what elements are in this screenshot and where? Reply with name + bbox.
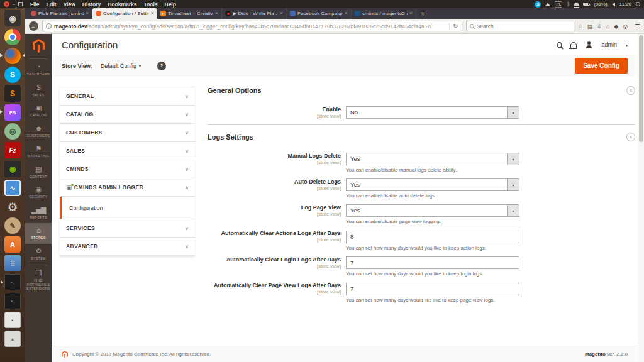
scrollbar[interactable]	[638, 34, 644, 362]
scrollbar-thumb[interactable]	[639, 35, 643, 142]
config-nav-customers[interactable]: CUSTOMERS∨	[60, 124, 195, 142]
url-bar[interactable]: i magento.dev/admin/admin/system_config/…	[42, 21, 462, 31]
launcher-filezilla-icon[interactable]: Fz	[4, 142, 21, 158]
tab-audio-icon[interactable]: ♪	[275, 11, 278, 16]
automatically-clear-page-view-logs-after-days-input[interactable]	[346, 283, 519, 295]
automatically-clear-actions-logs-after-days-input[interactable]	[346, 231, 519, 243]
save-config-button[interactable]: Save Config	[575, 58, 628, 74]
launcher-file-archiver-icon[interactable]: ☰	[4, 255, 21, 272]
sidebar-item-find-partners-extensions[interactable]: ❒FIND PARTNERS & EXTENSIONS	[25, 266, 52, 295]
launcher-sublime-text-icon[interactable]: S	[4, 85, 21, 102]
sidebar-item-dashboard[interactable]: ◔DASHBOARD	[25, 60, 52, 80]
tab-close-icon[interactable]: ×	[409, 11, 413, 16]
page-info-icon[interactable]: i	[46, 23, 52, 29]
new-tab-button[interactable]: +	[421, 10, 425, 18]
tab-piotr-pierzak-cminds[interactable]: Piotr Pierzak | cminds×	[28, 8, 92, 19]
menu-bookmarks[interactable]: Bookmarks	[108, 1, 136, 8]
launcher-nvidia-settings-icon[interactable]: ◉	[4, 161, 21, 177]
menu-file[interactable]: File	[30, 1, 40, 8]
auto-delete-logs-select[interactable]: Yes▾	[346, 178, 519, 191]
keyboard-layout-indicator[interactable]: PL	[555, 1, 562, 8]
sidebar-item-catalog[interactable]: ▣CATALOG	[25, 101, 52, 121]
sidebar-item-reports[interactable]: ▂▅▇REPORTS	[25, 203, 52, 224]
browser-search[interactable]	[466, 21, 574, 31]
store-view-switcher[interactable]: Default Config ▾	[101, 63, 141, 69]
sidebar-item-sales[interactable]: $SALES	[25, 80, 52, 101]
sidebar-item-customers[interactable]: ☻CUSTOMERS	[25, 121, 52, 142]
downloads-icon[interactable]: ⇩	[597, 23, 602, 30]
tab-facebook-campaign-m[interactable]: Facebook Campaign M×	[287, 8, 352, 19]
pocket-icon[interactable]: ▤	[587, 23, 593, 30]
launcher-software-center-icon[interactable]: A	[4, 236, 21, 253]
launcher-external-drive-icon[interactable]: ▲	[4, 331, 21, 347]
automatically-clear-login-logs-after-days-input[interactable]	[346, 256, 519, 269]
menu-icon[interactable]: ☰	[635, 23, 640, 30]
config-nav-cminds-admin-logger[interactable]: ▣CMINDS ADMIN LOGGER∧	[60, 178, 195, 197]
enable-select[interactable]: No▾	[346, 106, 519, 119]
help-icon[interactable]: ?	[157, 62, 166, 70]
clock[interactable]: 11:20	[619, 1, 631, 7]
wifi-icon[interactable]	[545, 3, 550, 6]
extension-shield-icon[interactable]: ◆	[614, 23, 618, 30]
config-nav-sales[interactable]: SALES∨	[60, 142, 195, 160]
reload-button[interactable]: ↻	[449, 23, 458, 30]
launcher-terminal-icon[interactable]: >_	[4, 274, 21, 290]
window-minimize-button[interactable]: –	[13, 2, 15, 6]
bluetooth-icon[interactable]: ᛒ	[567, 1, 570, 7]
config-nav-catalog[interactable]: CATALOG∨	[60, 106, 195, 124]
launcher-atom-icon[interactable]: ◎	[4, 123, 21, 140]
sidebar-item-stores[interactable]: ⌂STORES	[25, 223, 52, 244]
admin-user-menu[interactable]: admin	[601, 41, 617, 48]
window-maximize-button[interactable]	[18, 2, 23, 6]
battery-icon[interactable]	[583, 3, 589, 6]
tab-close-icon[interactable]: ×	[280, 11, 283, 16]
admin-search-icon[interactable]	[557, 42, 562, 48]
config-nav-general[interactable]: GENERAL∨	[60, 87, 195, 106]
menu-view[interactable]: View	[64, 1, 75, 8]
tab-cminds-magento2-ex[interactable]: cminds / magento2-ex×	[352, 8, 416, 19]
tab-close-icon[interactable]: ×	[215, 11, 218, 16]
launcher-media-player-icon[interactable]: ▪	[4, 312, 21, 328]
launcher-backup-utility-icon[interactable]: ✎	[4, 217, 21, 234]
tab-close-icon[interactable]: ×	[151, 11, 154, 16]
tab-configuration-settin[interactable]: Configuration / Settin×	[92, 8, 157, 19]
menu-edit[interactable]: Edit	[47, 1, 57, 8]
config-nav-advanced[interactable]: ADVANCED∨	[60, 238, 195, 256]
magento-logo-icon[interactable]	[25, 34, 52, 58]
extension-icon[interactable]: ◎	[623, 23, 628, 30]
menu-tools[interactable]: Tools	[143, 1, 157, 8]
launcher-phpstorm-icon[interactable]: PS	[4, 104, 21, 121]
system-notifications-icon[interactable]	[574, 3, 579, 6]
launcher-system-settings-icon[interactable]: ⚙	[4, 199, 21, 215]
launcher-chrome-icon[interactable]	[4, 29, 21, 45]
collapse-section-icon[interactable]: ∧	[626, 133, 635, 141]
window-close-button[interactable]	[4, 1, 9, 7]
browser-search-input[interactable]	[477, 23, 570, 30]
tab-dido-white-flag[interactable]: ▶ Dido - White Flag♪×	[222, 8, 287, 19]
admin-notifications-icon[interactable]	[570, 42, 577, 48]
menu-help[interactable]: Help	[165, 1, 176, 8]
launcher-skype-icon[interactable]: S	[4, 67, 21, 83]
tab-timesheet-creative[interactable]: Timesheet – Creative×	[157, 8, 222, 19]
back-button[interactable]: ←	[29, 21, 38, 31]
tab-close-icon[interactable]: ×	[86, 11, 89, 16]
menu-history[interactable]: History	[82, 1, 101, 8]
bookmark-star-icon[interactable]: ☆	[578, 23, 583, 30]
power-icon[interactable]	[636, 2, 640, 6]
launcher-terminal-alt-icon[interactable]: >_	[4, 293, 21, 309]
volume-icon[interactable]	[612, 3, 615, 6]
sidebar-item-security[interactable]: ◉SECURITY	[25, 182, 52, 203]
sidebar-item-content[interactable]: ▤CONTENT	[25, 162, 52, 183]
config-nav-services[interactable]: SERVICES∨	[60, 219, 195, 238]
manual-logs-delete-select[interactable]: Yes▾	[346, 153, 519, 165]
home-icon[interactable]: ⌂	[606, 23, 609, 30]
log-page-view-select[interactable]: Yes▾	[346, 204, 519, 217]
launcher-firefox-icon[interactable]	[4, 48, 21, 64]
config-subnav-configuration-active[interactable]: Configuration	[60, 197, 195, 219]
config-nav-cminds[interactable]: CMINDS∨	[60, 160, 195, 178]
launcher-system-monitor-icon[interactable]: ∿	[4, 180, 21, 196]
launcher-ubuntu-dash-icon[interactable]: ◉	[4, 10, 21, 26]
sidebar-item-system[interactable]: ⚙SYSTEM	[25, 244, 52, 265]
collapse-section-icon[interactable]: ∧	[626, 86, 635, 95]
skype-tray-icon[interactable]: S	[535, 1, 541, 8]
